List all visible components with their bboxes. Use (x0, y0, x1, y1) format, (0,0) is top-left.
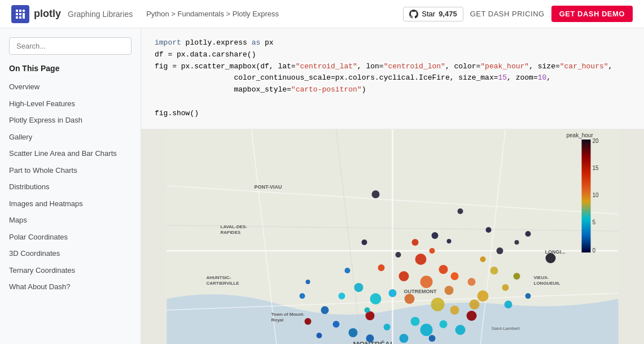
main-layout: On This Page OverviewHigh-Level Features… (0, 28, 644, 344)
svg-point-51 (477, 290, 489, 302)
svg-text:20: 20 (593, 138, 599, 144)
logo: plotly Graphing Libraries (11, 5, 133, 23)
svg-text:Saint-Lambert: Saint-Lambert (492, 326, 520, 331)
svg-point-54 (490, 267, 498, 275)
sidebar-item-10[interactable]: 3D Coordinates (0, 245, 141, 262)
svg-rect-95 (582, 140, 591, 252)
svg-text:AHUNTSIC-: AHUNTSIC- (207, 275, 231, 280)
svg-point-70 (349, 328, 358, 337)
code-block: import plotly.express as px df = px.data… (141, 28, 644, 129)
svg-text:LONGUEUIL: LONGUEUIL (534, 281, 560, 286)
svg-point-66 (400, 334, 409, 343)
svg-point-44 (451, 272, 459, 280)
svg-text:OUTREMONT: OUTREMONT (404, 289, 437, 294)
map-container: PONT-VIAU LAVAL-DES- RAPIDES AHUNTSIC- C… (141, 129, 644, 344)
svg-point-37 (546, 253, 556, 263)
svg-point-46 (378, 264, 385, 271)
svg-point-58 (370, 293, 382, 304)
code-line-7: fig.show() (155, 108, 630, 120)
svg-point-72 (317, 333, 322, 338)
svg-point-38 (497, 247, 503, 254)
svg-text:LAVAL-DES-: LAVAL-DES- (221, 224, 248, 229)
svg-point-45 (399, 271, 409, 281)
svg-rect-5 (16, 16, 18, 19)
svg-point-52 (431, 298, 445, 311)
svg-point-53 (450, 306, 459, 315)
svg-point-62 (411, 317, 420, 326)
svg-text:VIEUX-: VIEUX- (534, 275, 549, 280)
svg-point-77 (505, 301, 512, 308)
svg-point-79 (430, 248, 435, 254)
breadcrumb: Python > Fundamentals > Plotly Express (146, 10, 279, 18)
sidebar-section-title: On This Page (0, 64, 141, 79)
header: plotly Graphing Libraries Python > Funda… (0, 0, 644, 28)
sidebar-item-5[interactable]: Part to Whole Charts (0, 162, 141, 179)
star-count: 9,475 (439, 10, 457, 18)
svg-point-68 (321, 306, 329, 314)
svg-point-57 (354, 283, 363, 292)
nav-python[interactable]: Python (146, 10, 169, 18)
svg-point-61 (365, 307, 370, 313)
svg-point-81 (396, 252, 401, 258)
sidebar-item-9[interactable]: Polar Coordinates (0, 229, 141, 246)
github-star-button[interactable]: Star 9,475 (403, 7, 463, 21)
sep1: > (171, 10, 176, 18)
svg-point-71 (366, 334, 374, 342)
svg-point-64 (440, 320, 448, 328)
search-input[interactable] (9, 37, 132, 55)
svg-text:Royal: Royal (271, 317, 284, 323)
sidebar-nav: OverviewHigh-Level FeaturesPlotly Expres… (0, 79, 141, 295)
svg-point-78 (525, 293, 531, 299)
sidebar-item-2[interactable]: Plotly Express in Dash (0, 112, 141, 129)
svg-point-59 (389, 289, 397, 297)
sidebar-item-4[interactable]: Scatter Line Area and Bar Charts (0, 145, 141, 162)
svg-point-92 (525, 231, 531, 237)
svg-rect-0 (16, 10, 18, 12)
svg-point-35 (432, 232, 439, 239)
svg-point-55 (470, 299, 480, 310)
sidebar-item-6[interactable]: Distributions (0, 178, 141, 195)
svg-point-69 (333, 321, 340, 328)
sidebar-item-7[interactable]: Images and Heatmaps (0, 195, 141, 212)
star-label: Star (422, 10, 435, 18)
sidebar-item-3[interactable]: Gallery (0, 129, 141, 146)
code-line-6 (155, 96, 630, 108)
sidebar-item-12[interactable]: What About Dash? (0, 278, 141, 295)
header-right: Star 9,475 GET DASH PRICING GET DASH DEM… (403, 6, 633, 22)
svg-point-36 (486, 227, 492, 233)
nav-fundamentals[interactable]: Fundamentals (178, 10, 224, 18)
map-visualization: PONT-VIAU LAVAL-DES- RAPIDES AHUNTSIC- C… (141, 129, 644, 344)
svg-text:RAPIDES: RAPIDES (221, 230, 241, 235)
svg-point-39 (467, 311, 477, 321)
svg-text:5: 5 (593, 219, 596, 225)
get-dash-demo-button[interactable]: GET DASH DEMO (551, 6, 633, 22)
svg-point-65 (384, 324, 391, 330)
svg-point-33 (372, 190, 380, 198)
sidebar-item-1[interactable]: High-Level Features (0, 95, 141, 112)
svg-point-50 (405, 294, 415, 304)
svg-rect-6 (19, 16, 21, 19)
svg-point-43 (439, 265, 448, 274)
nav-plotly-express[interactable]: Plotly Express (233, 10, 279, 18)
svg-point-47 (420, 276, 433, 288)
svg-text:Town of Mount-: Town of Mount- (271, 312, 305, 317)
get-dash-pricing-button[interactable]: GET DASH PRICING (470, 10, 545, 18)
svg-rect-4 (19, 13, 21, 15)
sidebar-item-8[interactable]: Maps (0, 212, 141, 229)
sidebar-item-0[interactable]: Overview (0, 79, 141, 95)
svg-point-56 (502, 284, 509, 291)
svg-point-42 (415, 254, 427, 265)
sep2: > (226, 10, 231, 18)
logo-subtitle: Graphing Libraries (68, 10, 133, 19)
sidebar: On This Page OverviewHigh-Level Features… (0, 28, 141, 344)
svg-text:10: 10 (593, 192, 599, 198)
svg-point-67 (455, 325, 466, 335)
svg-text:MONTRÉAL: MONTRÉAL (353, 340, 395, 344)
svg-point-91 (515, 240, 519, 245)
sidebar-item-11[interactable]: Ternary Coordinates (0, 262, 141, 279)
svg-text:CARTIERVILLE: CARTIERVILLE (207, 281, 240, 286)
code-line-3: fig = px.scatter_mapbox(df, lat="centroi… (155, 61, 630, 73)
svg-point-73 (429, 335, 436, 342)
search-box (9, 37, 132, 55)
svg-point-74 (300, 293, 305, 299)
